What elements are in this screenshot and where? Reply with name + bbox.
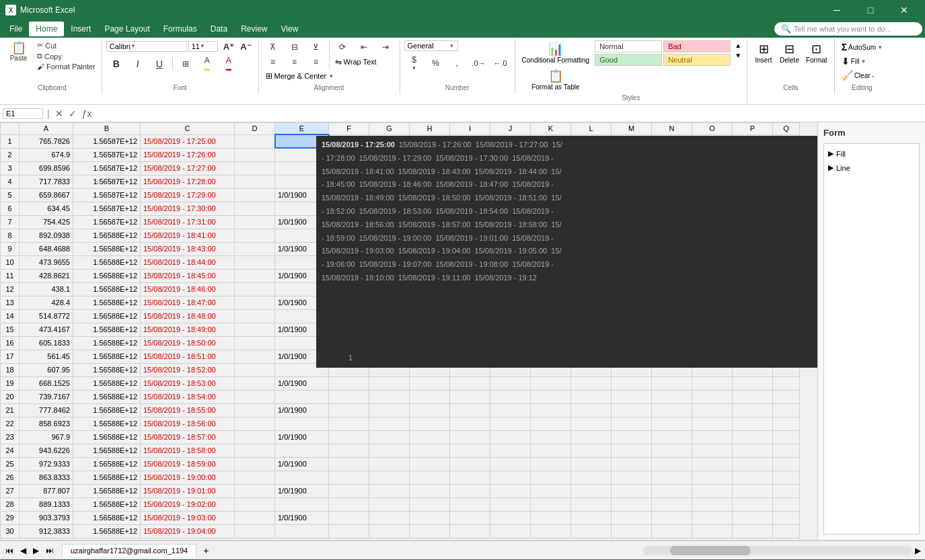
cell-j[interactable] — [490, 444, 531, 457]
style-bad[interactable]: Bad — [663, 40, 731, 52]
percent-button[interactable]: % — [426, 57, 446, 69]
menu-data[interactable]: Data — [204, 22, 234, 36]
cell-c[interactable]: 15/08/2019 - 19:01:00 — [141, 484, 235, 497]
row-number[interactable]: 1 — [1, 134, 20, 148]
cell-e[interactable]: 1/0/1900 — [275, 430, 329, 444]
align-top-button[interactable]: ⊼ — [263, 41, 283, 53]
cell-n[interactable] — [652, 403, 692, 417]
cancel-formula-icon[interactable]: ✕ — [54, 107, 65, 120]
cell-a[interactable]: 877.807 — [20, 484, 73, 497]
cell-j[interactable] — [490, 417, 531, 430]
cell-e[interactable] — [275, 417, 329, 430]
cell-j[interactable] — [490, 497, 531, 511]
cell-c[interactable]: 15/08/2019 - 18:51:00 — [141, 350, 235, 363]
cell-d[interactable] — [235, 484, 275, 497]
cell-a[interactable]: 739.7167 — [20, 390, 73, 403]
fill-button[interactable]: ⬇ Fill ▼ — [839, 54, 885, 68]
col-header-m[interactable]: M — [612, 123, 652, 135]
cell-m[interactable] — [612, 524, 652, 538]
align-center-button[interactable]: ≡ — [285, 56, 305, 68]
cell-b[interactable]: 1.56588E+12 — [73, 323, 141, 336]
cell-a[interactable]: 634.45 — [20, 202, 73, 215]
cell-g[interactable] — [369, 417, 410, 430]
cell-b[interactable]: 1.56588E+12 — [73, 497, 141, 511]
border-button[interactable]: ⊞ — [176, 58, 196, 70]
cell-b[interactable]: 1.56588E+12 — [73, 444, 141, 457]
cell-j[interactable] — [490, 511, 531, 524]
cell-p[interactable] — [733, 511, 773, 524]
cell-l[interactable] — [571, 390, 612, 403]
cell-e[interactable]: 1/0/1900 — [275, 403, 329, 417]
cell-o[interactable] — [692, 430, 733, 444]
cell-e[interactable] — [275, 444, 329, 457]
cell-g[interactable] — [369, 524, 410, 538]
format-as-table-button[interactable]: 📋 Format as Table — [519, 67, 593, 93]
cell-g[interactable] — [369, 457, 410, 471]
cell-c[interactable]: 15/08/2019 - 18:47:00 — [141, 296, 235, 309]
cell-f[interactable] — [329, 471, 369, 484]
cell-m[interactable] — [612, 430, 652, 444]
cell-k[interactable] — [531, 484, 571, 497]
underline-button[interactable]: U — [149, 57, 170, 71]
cell-d[interactable] — [235, 363, 275, 376]
cell-h[interactable] — [410, 390, 450, 403]
row-number[interactable]: 9 — [1, 242, 20, 255]
cell-a[interactable]: 648.4688 — [20, 242, 73, 255]
insert-function-icon[interactable]: ƒx — [81, 107, 94, 120]
cell-f[interactable] — [329, 457, 369, 471]
cell-e[interactable]: 1/0/1900 — [275, 511, 329, 524]
cell-c[interactable]: 15/08/2019 - 17:27:00 — [141, 161, 235, 175]
cell-b[interactable]: 1.56588E+12 — [73, 242, 141, 255]
cell-a[interactable]: 659.8667 — [20, 188, 73, 202]
cell-m[interactable] — [612, 497, 652, 511]
col-header-f[interactable]: F — [329, 123, 369, 135]
cell-n[interactable] — [652, 457, 692, 471]
wrap-text-button[interactable]: ⇋ Wrap Text — [332, 56, 379, 68]
cell-c[interactable]: 15/08/2019 - 18:48:00 — [141, 309, 235, 323]
sheet-tab-main[interactable]: uzairghaffar1712@gmail.com_1194 — [62, 544, 196, 557]
cell-h[interactable] — [410, 524, 450, 538]
cell-l[interactable] — [571, 457, 612, 471]
cell-g[interactable] — [369, 471, 410, 484]
row-number[interactable]: 23 — [1, 430, 20, 444]
cell-k[interactable] — [531, 524, 571, 538]
add-sheet-button[interactable]: + — [198, 544, 214, 557]
cell-c[interactable]: 15/08/2019 - 17:28:00 — [141, 175, 235, 188]
cell-d[interactable] — [235, 202, 275, 215]
cell-d[interactable] — [235, 524, 275, 538]
cell-d[interactable] — [235, 134, 275, 148]
cell-o[interactable] — [692, 511, 733, 524]
cell-g[interactable] — [369, 444, 410, 457]
cell-h[interactable] — [410, 484, 450, 497]
cell-d[interactable] — [235, 242, 275, 255]
cell-a[interactable]: 428.4 — [20, 296, 73, 309]
sheet-next-button[interactable]: ▶ — [30, 545, 42, 557]
cell-i[interactable] — [450, 484, 490, 497]
cell-o[interactable] — [692, 417, 733, 430]
cell-l[interactable] — [571, 484, 612, 497]
cell-c[interactable]: 15/08/2019 - 19:00:00 — [141, 471, 235, 484]
cell-d[interactable] — [235, 511, 275, 524]
cell-b[interactable]: 1.56587E+12 — [73, 202, 141, 215]
cell-e[interactable] — [275, 471, 329, 484]
col-header-j[interactable]: J — [490, 123, 531, 135]
cell-a[interactable]: 903.3793 — [20, 511, 73, 524]
cell-d[interactable] — [235, 309, 275, 323]
cell-c[interactable]: 15/08/2019 - 18:52:00 — [141, 363, 235, 376]
cell-j[interactable] — [490, 376, 531, 390]
cell-j[interactable] — [490, 471, 531, 484]
cell-c[interactable]: 15/08/2019 - 18:46:00 — [141, 282, 235, 296]
col-header-a[interactable]: A — [20, 123, 73, 135]
cell-d[interactable] — [235, 390, 275, 403]
cell-i[interactable] — [450, 430, 490, 444]
row-number[interactable]: 27 — [1, 484, 20, 497]
cell-i[interactable] — [450, 444, 490, 457]
cell-p[interactable] — [733, 390, 773, 403]
cell-b[interactable]: 1.56588E+12 — [73, 484, 141, 497]
format-cells-button[interactable]: ⊡ Format — [803, 40, 830, 65]
font-name-selector[interactable]: Calibri ▼ — [106, 41, 187, 52]
cell-l[interactable] — [571, 471, 612, 484]
cell-m[interactable] — [612, 403, 652, 417]
cell-l[interactable] — [571, 430, 612, 444]
cell-p[interactable] — [733, 457, 773, 471]
